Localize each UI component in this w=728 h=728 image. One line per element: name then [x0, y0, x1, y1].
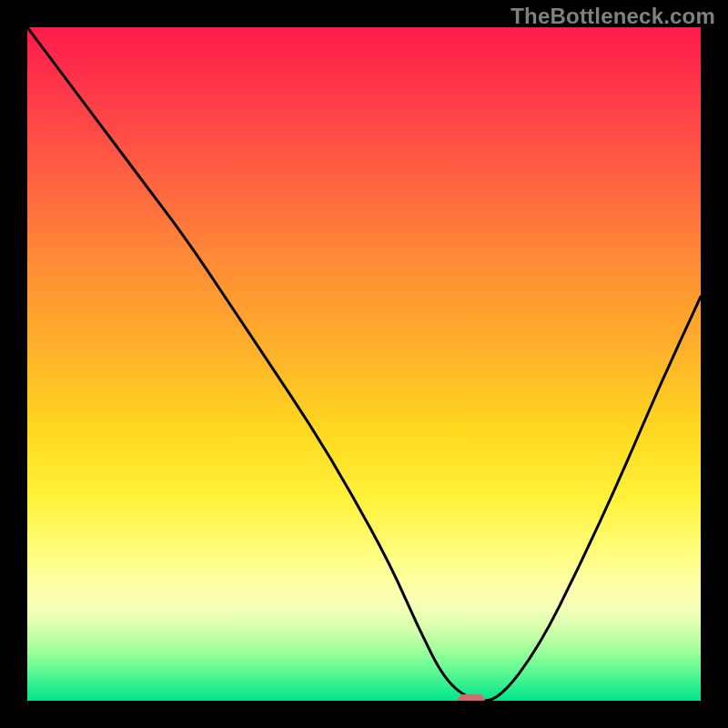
background-gradient	[27, 27, 701, 701]
attribution-label: TheBottleneck.com	[511, 4, 715, 29]
plot-area	[27, 27, 701, 701]
chart-frame: TheBottleneck.com	[0, 0, 728, 728]
